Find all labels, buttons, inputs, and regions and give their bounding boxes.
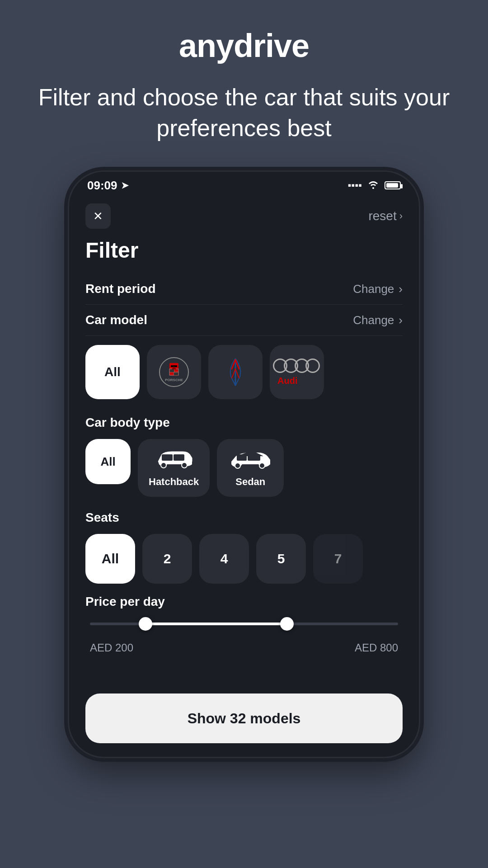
top-bar: ✕ reset › (85, 203, 403, 229)
car-body-type-label: Car body type (85, 415, 403, 430)
seats-5[interactable]: 5 (256, 534, 306, 584)
svg-rect-12 (174, 454, 184, 461)
app-title: anydrive (179, 27, 309, 64)
chevron-right-icon: › (399, 282, 403, 296)
car-model-label: Car model (85, 313, 147, 327)
seats-2[interactable]: 2 (142, 534, 192, 584)
show-models-button[interactable]: Show 32 models (85, 693, 403, 743)
price-track-active (145, 623, 287, 625)
brand-audi[interactable]: Audi (270, 345, 324, 399)
svg-point-10 (182, 462, 187, 468)
car-model-action: Change › (353, 313, 403, 327)
filter-title: Filter (85, 238, 403, 263)
brands-row: All PORSCHE (85, 345, 403, 399)
svg-rect-7 (170, 369, 174, 372)
price-range-labels: AED 200 AED 800 (90, 642, 398, 654)
hatchback-icon (154, 448, 194, 472)
phone-mockup: 09:09 ➤ ▪▪▪▪ ✕ reset (68, 170, 420, 758)
wifi-icon (367, 179, 379, 192)
price-thumb-max[interactable] (280, 617, 294, 631)
price-thumb-min[interactable] (139, 617, 152, 631)
seats-more[interactable]: 7 (313, 534, 363, 584)
body-types-row: All Hatchback (85, 439, 403, 497)
car-model-row[interactable]: Car model Change › (85, 305, 403, 336)
svg-point-9 (161, 462, 166, 468)
sedan-icon (228, 448, 273, 472)
side-button-left (68, 262, 69, 289)
chevron-right-icon: › (399, 210, 403, 222)
battery-icon (385, 181, 401, 189)
location-icon: ➤ (121, 180, 129, 191)
seats-label: Seats (85, 510, 403, 525)
price-slider[interactable] (90, 623, 398, 625)
show-button-container: Show 32 models (85, 684, 403, 757)
close-icon: ✕ (93, 209, 103, 223)
hatchback-label: Hatchback (149, 476, 199, 488)
svg-rect-16 (248, 454, 260, 461)
close-button[interactable]: ✕ (85, 203, 111, 229)
price-label: Price per day (85, 594, 403, 609)
signal-icon: ▪▪▪▪ (348, 179, 362, 191)
app-subtitle: Filter and choose the car that suits you… (0, 82, 488, 143)
status-icons: ▪▪▪▪ (348, 179, 401, 192)
chevron-right-icon: › (399, 313, 403, 327)
seats-all[interactable]: All (85, 534, 135, 584)
side-button-right (419, 253, 420, 289)
price-min-label: AED 200 (90, 642, 133, 654)
seats-4[interactable]: 4 (199, 534, 249, 584)
porsche-logo: PORSCHE (158, 356, 190, 388)
svg-rect-15 (237, 454, 247, 461)
reset-button[interactable]: reset › (368, 209, 403, 223)
sedan-label: Sedan (235, 476, 265, 488)
body-type-all[interactable]: All (85, 439, 131, 484)
brand-all[interactable]: All (85, 345, 140, 399)
maserati-logo (222, 356, 249, 388)
svg-rect-11 (162, 454, 173, 461)
status-bar: 09:09 ➤ ▪▪▪▪ (69, 172, 419, 199)
body-type-hatchback[interactable]: Hatchback (138, 439, 210, 497)
brand-maserati[interactable] (208, 345, 263, 399)
svg-point-13 (235, 463, 240, 468)
price-max-label: AED 800 (355, 642, 398, 654)
svg-rect-8 (174, 373, 178, 375)
rent-period-row[interactable]: Rent period Change › (85, 274, 403, 305)
svg-point-14 (259, 463, 265, 468)
rent-period-action: Change › (353, 282, 403, 296)
rent-period-label: Rent period (85, 282, 156, 296)
phone-content: ✕ reset › Filter Rent period Change › Ca… (69, 199, 419, 757)
body-type-sedan[interactable]: Sedan (217, 439, 284, 497)
status-time: 09:09 ➤ (87, 179, 129, 193)
svg-text:PORSCHE: PORSCHE (165, 378, 183, 382)
seats-row: All 2 4 5 7 (85, 534, 403, 584)
brand-porsche[interactable]: PORSCHE (147, 345, 201, 399)
show-models-label: Show 32 models (188, 710, 301, 727)
